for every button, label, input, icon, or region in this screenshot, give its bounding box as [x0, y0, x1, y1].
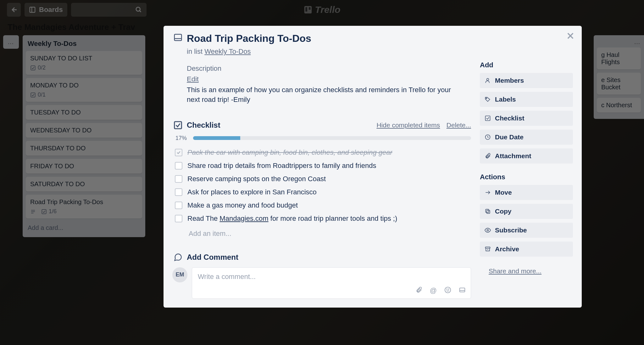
description-label: Description: [187, 64, 471, 73]
checklist-item-text: Reserve camping spots on the Oregon Coas…: [187, 175, 326, 183]
comment-icon: [172, 253, 184, 262]
card-title[interactable]: Road Trip Packing To-Dos: [187, 33, 311, 44]
checklist-item[interactable]: Share road trip details from Roadtripper…: [172, 159, 471, 172]
close-button[interactable]: [566, 31, 575, 40]
comment-toolbar: @: [415, 287, 466, 295]
svg-point-19: [447, 289, 447, 289]
in-list: in list Weekly To-Dos: [187, 47, 471, 56]
svg-point-18: [445, 287, 451, 292]
mention-icon[interactable]: @: [430, 287, 437, 295]
checklist-item[interactable]: Read The Mandagies.com for more road tri…: [172, 212, 471, 225]
sidebar-add-heading: Add: [480, 61, 573, 69]
clock-icon: [484, 134, 491, 140]
svg-point-20: [448, 289, 449, 289]
in-list-link[interactable]: Weekly To-Dos: [204, 47, 251, 55]
checklist-item-text: Share road trip details from Roadtripper…: [187, 162, 376, 170]
svg-point-24: [486, 98, 487, 99]
svg-rect-25: [486, 116, 490, 121]
avatar[interactable]: EM: [172, 267, 187, 282]
svg-rect-15: [175, 34, 182, 41]
checklist-button[interactable]: Checklist: [480, 111, 573, 126]
archive-icon: [484, 246, 491, 252]
checklist-items: Pack the car with camping bin, food bin,…: [172, 146, 471, 225]
svg-rect-17: [175, 121, 182, 129]
copy-button[interactable]: Copy: [480, 204, 573, 219]
checklist-icon: [172, 120, 184, 130]
subscribe-button[interactable]: Subscribe: [480, 223, 573, 238]
modal-main: Road Trip Packing To-Dos in list Weekly …: [172, 33, 471, 299]
checklist-item[interactable]: Make a gas money and food budget: [172, 199, 471, 212]
copy-icon: [484, 208, 491, 214]
attachment-icon[interactable]: [415, 287, 422, 295]
checkbox[interactable]: [175, 149, 182, 156]
checklist-item[interactable]: Pack the car with camping bin, food bin,…: [172, 146, 471, 159]
archive-button[interactable]: Archive: [480, 242, 573, 257]
svg-point-30: [487, 230, 489, 231]
svg-rect-31: [486, 247, 490, 248]
checklist-item-text: Ask for places to explore in San Francis…: [187, 188, 317, 196]
comment-input[interactable]: Write a comment... @: [192, 267, 471, 299]
emoji-icon[interactable]: [444, 287, 451, 295]
progress-row: 17%: [175, 135, 471, 142]
attachment-btn-icon: [484, 153, 491, 159]
checklist-btn-icon: [484, 115, 491, 121]
move-icon: [484, 189, 491, 196]
checkbox[interactable]: [175, 175, 182, 183]
labels-icon: [484, 96, 491, 103]
members-button[interactable]: Members: [480, 73, 573, 88]
hide-completed-link[interactable]: Hide completed items: [376, 121, 440, 129]
members-icon: [484, 77, 491, 84]
comment-title: Add Comment: [187, 253, 238, 262]
add-checklist-item[interactable]: Add an item...: [189, 230, 471, 238]
sidebar-actions-heading: Actions: [480, 173, 573, 181]
progress-fill: [193, 136, 240, 140]
checkbox[interactable]: [175, 202, 182, 209]
edit-description-link[interactable]: Edit: [187, 75, 199, 83]
move-button[interactable]: Move: [480, 185, 573, 200]
progress-bar: [193, 136, 471, 140]
delete-checklist-link[interactable]: Delete...: [447, 121, 471, 129]
svg-rect-21: [460, 288, 465, 292]
share-link[interactable]: Share and more...: [489, 267, 541, 275]
checklist-title[interactable]: Checklist: [187, 121, 368, 130]
svg-point-23: [487, 78, 489, 81]
checklist-item[interactable]: Ask for places to explore in San Francis…: [172, 186, 471, 199]
svg-rect-28: [487, 210, 490, 214]
card-icon: [172, 33, 184, 42]
attachment-button[interactable]: Attachment: [480, 148, 573, 164]
progress-percent: 17%: [175, 135, 189, 142]
svg-rect-29: [486, 209, 489, 212]
labels-button[interactable]: Labels: [480, 92, 573, 107]
description-text[interactable]: This is an example of how you can organi…: [187, 85, 464, 105]
comment-placeholder: Write a comment...: [198, 273, 465, 281]
checkbox[interactable]: [175, 188, 182, 196]
checklist-item-text: Make a gas money and food budget: [187, 201, 298, 209]
card-icon-small[interactable]: [459, 287, 466, 295]
checkbox[interactable]: [175, 162, 182, 170]
checkbox[interactable]: [175, 215, 182, 222]
checklist-item-link[interactable]: Mandagies.com: [219, 214, 268, 222]
checklist-item[interactable]: Reserve camping spots on the Oregon Coas…: [172, 172, 471, 186]
close-icon: [566, 31, 575, 40]
card-modal: Road Trip Packing To-Dos in list Weekly …: [164, 26, 582, 308]
check-icon: [176, 150, 181, 155]
checklist-item-text: Read The Mandagies.com for more road tri…: [187, 214, 397, 223]
modal-sidebar: Add Members Labels Checklist Due Date At…: [480, 33, 573, 299]
subscribe-icon: [484, 227, 491, 233]
due-date-button[interactable]: Due Date: [480, 130, 573, 145]
checklist-actions: Hide completed items Delete...: [371, 121, 471, 129]
checklist-item-text: Pack the car with camping bin, food bin,…: [187, 148, 392, 157]
